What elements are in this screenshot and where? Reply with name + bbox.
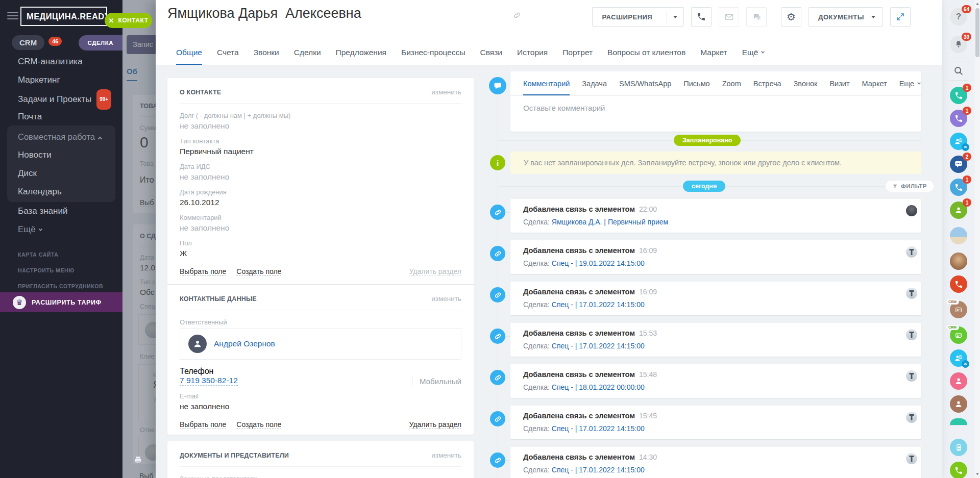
callback-button[interactable] xyxy=(950,462,967,478)
expand-button[interactable] xyxy=(890,7,911,27)
tab-calls[interactable]: Звонки xyxy=(254,48,279,65)
sidebar-group-header[interactable]: Совместная работа xyxy=(7,128,115,146)
documents-button[interactable]: ДОКУМЕНТЫ xyxy=(808,7,883,27)
notifications-bell-button[interactable]: 30 xyxy=(950,36,967,53)
email-button[interactable] xyxy=(719,7,739,27)
deal-link[interactable]: Спец - | 18.01.2022 00:00:00 xyxy=(552,383,645,391)
deal-link[interactable]: Спец - | 17.01.2022 14:15:00 xyxy=(552,342,645,350)
composer-tab-call[interactable]: Звонок xyxy=(794,80,818,95)
sidebar-item-marketing[interactable]: Маркетинг xyxy=(0,71,122,89)
sidebar-item-crm-analytics[interactable]: CRM-аналитика xyxy=(0,53,122,71)
tab-history[interactable]: История xyxy=(517,48,548,65)
tab-general[interactable]: Общие xyxy=(176,48,202,65)
comment-input[interactable]: Оставьте комментарий xyxy=(510,96,921,120)
scroll-down-arrow[interactable] xyxy=(976,473,979,475)
call-button[interactable] xyxy=(691,7,712,27)
deal-link[interactable]: Спец - | 19.01.2022 14:15:00 xyxy=(552,259,645,267)
composer-tab-visit[interactable]: Визит xyxy=(829,80,849,95)
avatar[interactable] xyxy=(906,329,917,340)
slider-close-button[interactable]: ✕ КОНТАКТ xyxy=(105,13,152,28)
sidebar-item-news[interactable]: Новости xyxy=(7,146,115,164)
sidebar-item-calendar[interactable]: Календарь xyxy=(7,183,115,201)
deal-link[interactable]: Спец - | 17.01.2022 14:15:00 xyxy=(552,300,645,309)
help-button[interactable]: ?64 xyxy=(950,8,967,26)
user-avatar[interactable] xyxy=(950,227,967,244)
mobile-app-button[interactable] xyxy=(950,439,967,456)
tab-deals[interactable]: Сделки xyxy=(294,48,321,65)
responsible-user-link[interactable]: Андрей Озернов xyxy=(214,339,275,348)
composer-tab-comment[interactable]: Комментарий xyxy=(523,80,570,95)
user-avatar[interactable] xyxy=(950,253,967,270)
contact-pink-button[interactable] xyxy=(950,372,967,390)
composer-tab-sms-whatsapp[interactable]: SMS/WhatsApp xyxy=(619,80,671,95)
sidebar-item-crm[interactable]: CRM xyxy=(12,35,44,50)
deal-link[interactable]: Спец - | 17.01.2022 14:15:00 xyxy=(552,466,645,474)
crm-activity-button[interactable]: ✉ xyxy=(950,133,967,150)
edit-contacts-link[interactable]: изменить xyxy=(431,295,461,303)
select-field-link[interactable]: Выбрать поле xyxy=(180,267,226,276)
app-logo[interactable]: МЕДИЦИНА.READY xyxy=(20,7,107,26)
telephony-teal-button[interactable]: 1 xyxy=(950,87,967,104)
copy-link-icon[interactable] xyxy=(513,11,521,19)
edit-about-link[interactable]: изменить xyxy=(431,88,461,96)
avatar[interactable] xyxy=(906,205,917,216)
avatar[interactable] xyxy=(906,453,917,464)
composer-tab-meeting[interactable]: Встреча xyxy=(753,80,781,95)
contact-brown-button[interactable] xyxy=(950,395,967,413)
edit-documents-link[interactable]: изменить xyxy=(431,451,461,459)
crm-activity-button[interactable]: ✉ xyxy=(950,349,967,367)
composer-tab-market[interactable]: Маркет xyxy=(862,80,887,95)
group-chat-button[interactable]: 2 xyxy=(950,156,967,173)
configure-menu-link[interactable]: НАСТРОИТЬ МЕНЮ xyxy=(0,263,122,279)
telephony-red-button[interactable] xyxy=(950,275,967,293)
tab-client-questions[interactable]: Вопросы от клиентов xyxy=(607,48,685,65)
delete-section-link[interactable]: Удалить раздел xyxy=(409,420,461,429)
deal-quick-button[interactable]: СДЕЛКА xyxy=(79,35,126,51)
sitemap-link[interactable]: КАРТА САЙТА xyxy=(0,247,122,263)
sidebar-item-mail[interactable]: Почта xyxy=(0,108,122,126)
sidebar-item-more[interactable]: Ещё xyxy=(0,220,122,239)
planned-badge[interactable]: Запланировано xyxy=(674,135,741,146)
avatar[interactable] xyxy=(906,412,917,423)
avatar[interactable] xyxy=(906,288,917,299)
tab-portrait[interactable]: Портрет xyxy=(562,48,593,65)
sidebar-item-drive[interactable]: Диск xyxy=(7,164,115,183)
scrollbar[interactable] xyxy=(974,0,980,478)
avatar[interactable] xyxy=(906,370,917,382)
create-field-link[interactable]: Создать поле xyxy=(236,267,281,276)
tab-invoices[interactable]: Счета xyxy=(217,48,239,65)
crm-app-brown-button[interactable]: CRM xyxy=(950,301,967,318)
contact-green-button[interactable]: 1 xyxy=(950,202,967,219)
tab-business-processes[interactable]: Бизнес-процессы xyxy=(401,48,465,65)
tab-relations[interactable]: Связи xyxy=(480,48,502,65)
upgrade-plan-button[interactable]: ♛ РАСШИРИТЬ ТАРИФ xyxy=(0,292,122,312)
timeline-filter-button[interactable]: ФИЛЬТР xyxy=(886,181,934,192)
deal-link[interactable]: Спец - | 17.01.2022 14:15:00 xyxy=(552,424,645,433)
composer-tab-email[interactable]: Письмо xyxy=(683,80,709,95)
avatar[interactable] xyxy=(906,246,917,258)
phone-link[interactable]: 7 919 350-82-12 xyxy=(180,376,238,386)
sidebar-item-tasks[interactable]: Задачи и Проекты99+ xyxy=(0,89,122,108)
create-field-link[interactable]: Создать поле xyxy=(236,420,281,429)
settings-button[interactable]: ⚙ xyxy=(781,7,801,27)
delete-section-link[interactable]: Удалить раздел xyxy=(409,267,461,276)
tab-more[interactable]: Ещё xyxy=(742,48,765,65)
chat-button[interactable] xyxy=(746,7,767,27)
composer-tab-task[interactable]: Задача xyxy=(582,80,607,95)
crm-app-green-button[interactable]: CRM xyxy=(950,326,967,344)
page-dim-overlay[interactable] xyxy=(122,0,156,478)
composer-tab-more[interactable]: Еще xyxy=(899,80,921,95)
extensions-button[interactable]: РАСШИРЕНИЯ xyxy=(592,7,684,27)
scrollbar-thumb[interactable] xyxy=(975,8,979,57)
sidebar-item-knowledge-base[interactable]: База знаний xyxy=(0,202,122,220)
select-field-link[interactable]: Выбрать поле xyxy=(180,420,226,429)
deal-link[interactable]: Ямщикова Д.А. | Первичный прием xyxy=(552,218,668,226)
telephony-blue-button[interactable]: 1 xyxy=(950,179,967,196)
menu-toggle-icon[interactable] xyxy=(7,12,18,21)
search-button[interactable] xyxy=(950,62,967,80)
tab-market[interactable]: Маркет xyxy=(700,48,727,65)
telephony-purple-button[interactable]: 1 xyxy=(950,110,967,127)
tab-quotes[interactable]: Предложения xyxy=(336,48,386,65)
composer-tab-zoom[interactable]: Zoom xyxy=(722,80,741,95)
scroll-up-arrow[interactable] xyxy=(976,3,979,5)
